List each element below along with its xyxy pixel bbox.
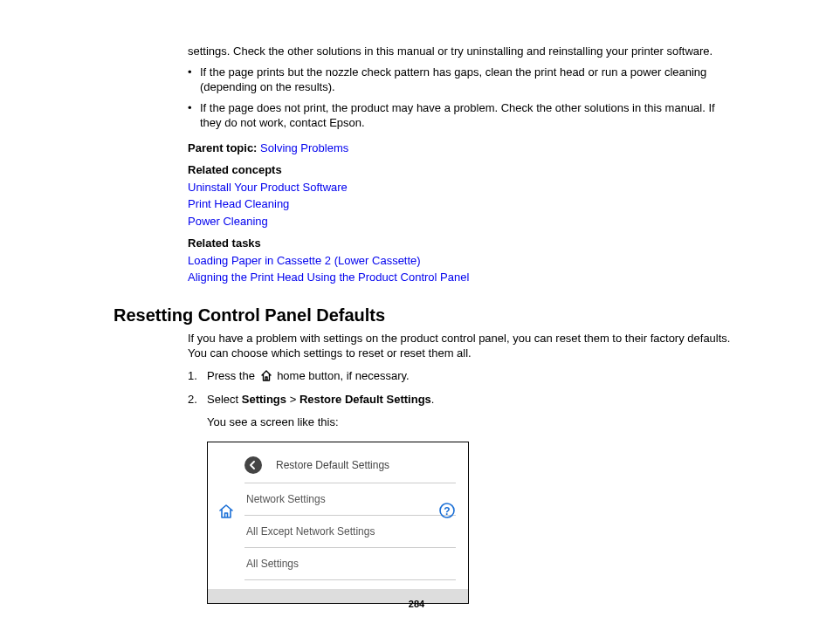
step-number: 1. [188, 368, 207, 386]
step-2-gt: > [286, 393, 299, 406]
screenshot-title: Restore Default Settings [276, 459, 389, 471]
step-1-pre: Press the [207, 369, 258, 382]
screenshot-menu-item: All Settings [244, 548, 456, 580]
step-1: 1. Press the home button, if necessary. [188, 368, 737, 386]
step-2-result: You see a screen like this: [207, 414, 737, 430]
screenshot-menu-item: Network Settings [244, 483, 456, 516]
page-number: 284 [0, 599, 833, 609]
intro-continuation: settings. Check the other solutions in t… [188, 44, 737, 59]
step-2-period: . [431, 393, 435, 406]
bullet-text: If the page does not print, the product … [200, 100, 737, 131]
related-concepts-label: Related concepts [188, 161, 737, 179]
bullet-item: • If the page prints but the nozzle chec… [188, 65, 737, 95]
bullet-mark: • [188, 100, 200, 131]
parent-topic-link[interactable]: Solving Problems [260, 141, 348, 154]
help-icon: ? [438, 502, 456, 522]
parent-topic-label: Parent topic: [188, 141, 257, 154]
related-task-link[interactable]: Loading Paper in Cassette 2 (Lower Casse… [188, 254, 421, 267]
related-concept-link[interactable]: Power Cleaning [188, 215, 268, 228]
back-arrow-icon [244, 456, 262, 474]
step-2: 2. Select Settings > Restore Default Set… [188, 392, 737, 429]
bullet-mark: • [188, 65, 200, 95]
control-panel-screenshot: ? Restore Default Settings Network Setti… [207, 442, 469, 604]
step-2-pre: Select [207, 393, 242, 406]
section-intro: If you have a problem with settings on t… [188, 331, 737, 361]
step-2-settings-label: Settings [242, 393, 286, 406]
home-nav-icon [218, 504, 234, 522]
step-2-restore-label: Restore Default Settings [299, 393, 431, 406]
screenshot-menu-item: All Except Network Settings [244, 516, 456, 548]
related-concept-link[interactable]: Uninstall Your Product Software [188, 181, 348, 194]
bullet-item: • If the page does not print, the produc… [188, 100, 737, 131]
section-heading: Resetting Control Panel Defaults [114, 305, 737, 325]
parent-topic-line: Parent topic: Solving Problems [188, 140, 737, 157]
related-tasks-label: Related tasks [188, 235, 737, 252]
related-concept-link[interactable]: Print Head Cleaning [188, 197, 289, 210]
svg-text:?: ? [444, 505, 450, 517]
bullet-text: If the page prints but the nozzle check … [200, 65, 737, 95]
home-icon [260, 370, 272, 386]
step-number: 2. [188, 392, 207, 429]
step-1-post: home button, if necessary. [274, 369, 410, 382]
related-task-link[interactable]: Aligning the Print Head Using the Produc… [188, 271, 469, 284]
